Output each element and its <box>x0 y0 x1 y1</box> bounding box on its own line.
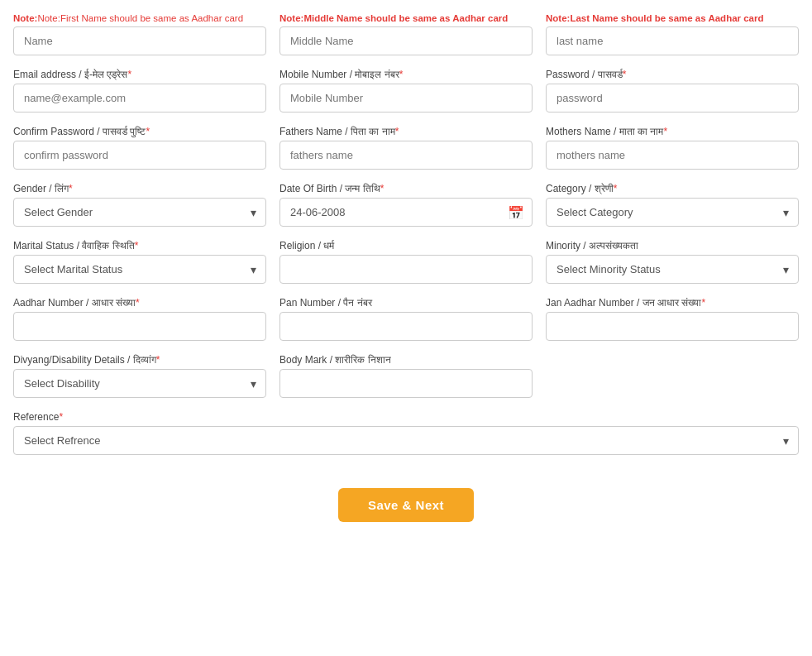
middle-name-note: Note:Middle Name should be same as Aadha… <box>279 13 533 23</box>
body-mark-col: Body Mark / शारीरिक निशान <box>279 354 533 398</box>
reference-col: Reference* Select Refrence Friend Newspa… <box>13 411 799 455</box>
minority-label: Minority / अल्पसंख्यकता <box>546 240 799 251</box>
middle-name-input[interactable] <box>279 26 533 55</box>
registration-form: Note:Note:First Name should be same as A… <box>13 13 799 522</box>
fathers-name-col: Fathers Name / पिता का नाम* <box>279 126 533 170</box>
mothers-name-col: Mothers Name / माता का नाम* <box>546 126 799 170</box>
religion-input[interactable] <box>279 255 533 284</box>
reference-label: Reference* <box>13 411 799 423</box>
disability-select-wrapper: Select Disability None Visual Impairment… <box>13 369 266 398</box>
category-col: Category / श्रेणी* Select Category Gener… <box>546 183 799 227</box>
first-name-note: Note:Note:First Name should be same as A… <box>13 13 266 23</box>
pan-col: Pan Number / पैन नंबर <box>279 297 533 341</box>
reference-select-wrapper: Select Refrence Friend Newspaper Online … <box>13 426 799 455</box>
dob-date-wrapper: 📅 <box>279 198 533 227</box>
confirm-password-col: Confirm Password / पासवर्ड पुष्टि* <box>13 126 266 170</box>
gender-label: Gender / लिंग* <box>13 183 266 194</box>
disability-col: Divyang/Disability Details / दिव्यांग* S… <box>13 354 266 398</box>
dob-col: Date Of Birth / जन्म तिथि* 📅 <box>279 183 533 227</box>
category-select[interactable]: Select Category General OBC SC ST <box>546 198 799 227</box>
pan-input[interactable] <box>279 312 533 341</box>
minority-select-wrapper: Select Minority Status Muslim Christian … <box>546 255 799 284</box>
email-label: Email address / ई-मेल एड्रेस* <box>13 69 266 80</box>
last-name-input[interactable] <box>546 26 799 55</box>
gender-dob-category-row: Gender / लिंग* Select Gender Male / पुरु… <box>13 183 799 227</box>
last-name-col: Note:Last Name should be same as Aadhar … <box>546 13 799 55</box>
jan-aadhar-col: Jan Aadhar Number / जन आधार संख्या* <box>546 297 799 341</box>
marital-select-wrapper: Select Marital Status Single Married Div… <box>13 255 266 284</box>
mothers-name-label: Mothers Name / माता का नाम* <box>546 126 799 137</box>
minority-select[interactable]: Select Minority Status Muslim Christian … <box>546 255 799 284</box>
body-mark-input[interactable] <box>279 369 533 398</box>
email-input[interactable] <box>13 84 266 113</box>
first-name-col: Note:Note:First Name should be same as A… <box>13 13 266 55</box>
category-select-wrapper: Select Category General OBC SC ST <box>546 198 799 227</box>
disability-select[interactable]: Select Disability None Visual Impairment… <box>13 369 266 398</box>
password-input[interactable] <box>546 84 799 113</box>
religion-label: Religion / धर्म <box>279 240 533 251</box>
disability-bodymark-row: Divyang/Disability Details / दिव्यांग* S… <box>13 354 799 398</box>
name-row: Note:Note:First Name should be same as A… <box>13 13 799 55</box>
aadhar-col: Aadhar Number / आधार संख्या* <box>13 297 266 341</box>
gender-col: Gender / लिंग* Select Gender Male / पुरु… <box>13 183 266 227</box>
gender-select-wrapper: Select Gender Male / पुरुष Female / महिल… <box>13 198 266 227</box>
password-col: Password / पासवर्ड* <box>546 69 799 113</box>
password-label: Password / पासवर्ड* <box>546 69 799 80</box>
empty-col <box>546 354 799 398</box>
reference-row: Reference* Select Refrence Friend Newspa… <box>13 411 799 455</box>
first-name-input[interactable] <box>13 26 266 55</box>
body-mark-label: Body Mark / शारीरिक निशान <box>279 354 533 366</box>
pan-label: Pan Number / पैन नंबर <box>279 297 533 309</box>
aadhar-pan-jan-row: Aadhar Number / आधार संख्या* Pan Number … <box>13 297 799 341</box>
marital-select[interactable]: Select Marital Status Single Married Div… <box>13 255 266 284</box>
jan-aadhar-input[interactable] <box>546 312 799 341</box>
disability-label: Divyang/Disability Details / दिव्यांग* <box>13 354 266 366</box>
mobile-label: Mobile Number / मोबाइल नंबर* <box>279 69 533 80</box>
aadhar-input[interactable] <box>13 312 266 341</box>
confirm-password-label: Confirm Password / पासवर्ड पुष्टि* <box>13 126 266 137</box>
marital-religion-minority-row: Marital Status / वैवाहिक स्थिति* Select … <box>13 240 799 284</box>
minority-col: Minority / अल्पसंख्यकता Select Minority … <box>546 240 799 284</box>
reference-select[interactable]: Select Refrence Friend Newspaper Online … <box>13 426 799 455</box>
fathers-name-input[interactable] <box>279 141 533 170</box>
save-next-button[interactable]: Save & Next <box>338 488 474 522</box>
fathers-name-label: Fathers Name / पिता का नाम* <box>279 126 533 137</box>
jan-aadhar-label: Jan Aadhar Number / जन आधार संख्या* <box>546 297 799 309</box>
mobile-input[interactable] <box>279 84 533 113</box>
save-button-row: Save & Next <box>13 488 799 522</box>
dob-input[interactable] <box>279 198 533 227</box>
last-name-note: Note:Last Name should be same as Aadhar … <box>546 13 799 23</box>
aadhar-label: Aadhar Number / आधार संख्या* <box>13 297 266 309</box>
email-col: Email address / ई-मेल एड्रेस* <box>13 69 266 113</box>
religion-col: Religion / धर्म <box>279 240 533 284</box>
dob-label: Date Of Birth / जन्म तिथि* <box>279 183 533 194</box>
mobile-col: Mobile Number / मोबाइल नंबर* <box>279 69 533 113</box>
confirm-fathers-mothers-row: Confirm Password / पासवर्ड पुष्टि* Fathe… <box>13 126 799 170</box>
marital-col: Marital Status / वैवाहिक स्थिति* Select … <box>13 240 266 284</box>
middle-name-col: Note:Middle Name should be same as Aadha… <box>279 13 533 55</box>
marital-label: Marital Status / वैवाहिक स्थिति* <box>13 240 266 251</box>
category-label: Category / श्रेणी* <box>546 183 799 194</box>
confirm-password-input[interactable] <box>13 141 266 170</box>
email-mobile-password-row: Email address / ई-मेल एड्रेस* Mobile Num… <box>13 69 799 113</box>
mothers-name-input[interactable] <box>546 141 799 170</box>
gender-select[interactable]: Select Gender Male / पुरुष Female / महिल… <box>13 198 266 227</box>
